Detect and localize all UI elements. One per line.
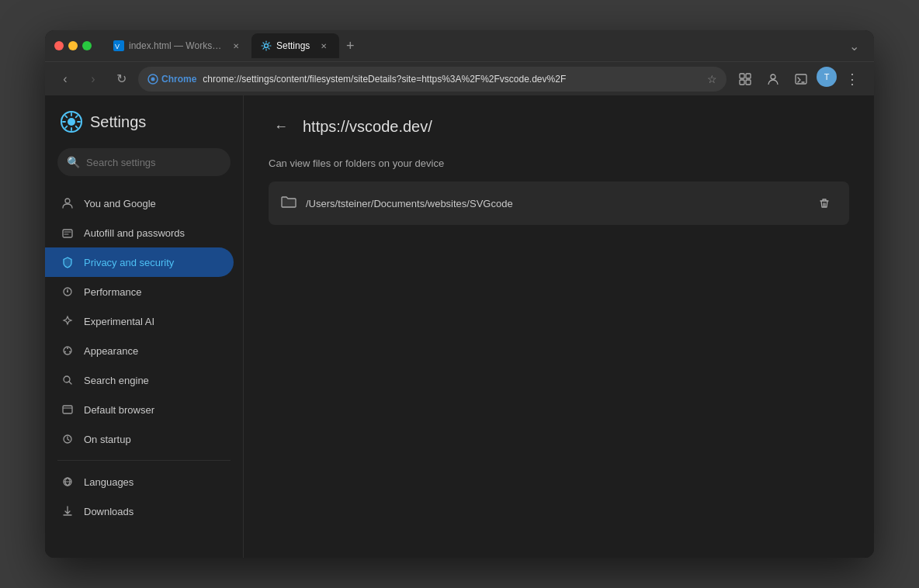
content-header: ← https://vscode.dev/ — [269, 114, 849, 139]
sidebar-item-appearance-label: Appearance — [84, 345, 138, 357]
svg-rect-7 — [740, 80, 744, 85]
ai-icon — [61, 314, 75, 328]
chrome-logo: Chrome — [147, 74, 196, 85]
main-content: Settings 🔍 You and Google — [45, 95, 874, 558]
section-label: Can view files or folders on your device — [269, 157, 849, 169]
address-bar[interactable]: Chrome chrome://settings/content/filesys… — [138, 67, 727, 92]
settings-logo-icon — [61, 111, 82, 133]
sidebar-item-search-engine-label: Search engine — [84, 375, 149, 386]
tab-vscode-close[interactable]: ✕ — [230, 40, 242, 52]
traffic-lights — [54, 41, 92, 50]
close-button[interactable] — [54, 41, 64, 50]
search-engine-icon — [61, 373, 75, 387]
languages-icon — [61, 475, 75, 489]
devtools-button[interactable] — [789, 67, 813, 92]
minimize-button[interactable] — [68, 41, 78, 50]
sidebar-item-you-and-google-label: You and Google — [84, 198, 156, 209]
sidebar-item-search-engine[interactable]: Search engine — [45, 365, 234, 395]
tab-settings[interactable]: Settings ✕ — [251, 33, 339, 58]
tab-settings-close[interactable]: ✕ — [317, 40, 330, 52]
svg-point-17 — [67, 348, 68, 349]
person-icon — [61, 196, 75, 210]
reload-button[interactable]: ↻ — [110, 68, 132, 90]
sidebar-item-autofill[interactable]: Autofill and passwords — [45, 218, 234, 247]
chrome-brand-label: Chrome — [161, 74, 196, 85]
search-input[interactable] — [86, 157, 221, 168]
bookmark-icon[interactable]: ☆ — [707, 73, 717, 85]
vscode-icon: V — [113, 40, 124, 51]
svg-point-18 — [69, 351, 71, 353]
sidebar-item-ai-label: Experimental AI — [84, 316, 154, 327]
tab-expand-button[interactable]: ⌄ — [843, 35, 865, 57]
svg-rect-8 — [746, 80, 751, 85]
svg-rect-14 — [63, 230, 72, 237]
settings-header: Settings — [45, 111, 243, 148]
sidebar-item-privacy-label: Privacy and security — [84, 257, 174, 268]
settings-title: Settings — [90, 113, 146, 131]
svg-text:V: V — [115, 43, 120, 50]
profile-button[interactable] — [761, 67, 785, 92]
sidebar-item-downloads-label: Downloads — [84, 506, 134, 517]
sidebar-item-performance[interactable]: Performance — [45, 277, 234, 306]
delete-button[interactable] — [812, 191, 837, 216]
search-box[interactable]: 🔍 — [57, 148, 231, 176]
svg-point-2 — [265, 44, 269, 48]
content-back-button[interactable]: ← — [269, 114, 293, 139]
sidebar-item-default-browser[interactable]: Default browser — [45, 395, 234, 424]
tab-vscode[interactable]: V index.html — Workspace — V ✕ — [104, 33, 251, 58]
back-button[interactable]: ‹ — [54, 68, 76, 90]
sidebar-item-appearance[interactable]: Appearance — [45, 336, 234, 365]
title-bar: V index.html — Workspace — V ✕ Settings … — [45, 30, 874, 61]
user-avatar[interactable]: T — [817, 67, 837, 87]
svg-rect-10 — [796, 74, 806, 84]
performance-icon — [61, 285, 75, 299]
svg-rect-5 — [740, 74, 744, 78]
sidebar-item-performance-label: Performance — [84, 286, 141, 298]
forward-button[interactable]: › — [82, 68, 104, 90]
sidebar-item-languages[interactable]: Languages — [45, 467, 234, 496]
sidebar-item-on-startup-label: On startup — [84, 434, 131, 445]
maximize-button[interactable] — [82, 41, 92, 50]
sidebar-item-downloads[interactable]: Downloads — [45, 496, 234, 526]
sidebar-item-you-and-google[interactable]: You and Google — [45, 189, 234, 218]
autofill-icon — [61, 226, 75, 240]
svg-point-12 — [68, 118, 75, 126]
sidebar-item-ai[interactable]: Experimental AI — [45, 306, 234, 336]
svg-rect-21 — [63, 406, 72, 413]
sidebar-item-languages-label: Languages — [84, 476, 134, 488]
startup-icon — [61, 432, 75, 446]
nav-actions: T ⋮ — [733, 67, 865, 92]
downloads-icon — [61, 504, 75, 518]
file-entry: /Users/tsteiner/Documents/websites/SVGco… — [269, 182, 849, 225]
sidebar-item-autofill-label: Autofill and passwords — [84, 227, 185, 239]
svg-rect-6 — [746, 74, 751, 78]
svg-point-13 — [65, 199, 70, 203]
sidebar-divider — [57, 460, 231, 461]
url-text: chrome://settings/content/filesystem/sit… — [203, 74, 701, 85]
svg-point-4 — [151, 77, 155, 81]
sidebar: Settings 🔍 You and Google — [45, 95, 244, 558]
menu-button[interactable]: ⋮ — [840, 67, 865, 92]
extensions-button[interactable] — [733, 67, 758, 92]
tab-bar: V index.html — Workspace — V ✕ Settings … — [104, 33, 837, 58]
file-path-text: /Users/tsteiner/Documents/websites/SVGco… — [306, 198, 803, 209]
tab-vscode-label: index.html — Workspace — V — [129, 40, 222, 51]
search-icon: 🔍 — [67, 156, 80, 168]
browser-icon — [61, 403, 75, 417]
shield-icon — [61, 255, 75, 269]
content-area: ← https://vscode.dev/ Can view files or … — [244, 95, 874, 558]
svg-point-15 — [67, 291, 68, 292]
sidebar-item-default-browser-label: Default browser — [84, 404, 154, 416]
sidebar-item-privacy[interactable]: Privacy and security — [45, 247, 234, 277]
svg-point-19 — [64, 351, 66, 353]
folder-icon — [281, 195, 297, 211]
tab-settings-label: Settings — [276, 40, 310, 51]
new-tab-button[interactable]: + — [339, 35, 361, 57]
svg-point-9 — [771, 74, 775, 79]
appearance-icon — [61, 344, 75, 358]
sidebar-item-on-startup[interactable]: On startup — [45, 424, 234, 454]
nav-bar: ‹ › ↻ Chrome chrome://settings/content/f… — [45, 61, 874, 95]
site-url-title: https://vscode.dev/ — [303, 118, 432, 136]
settings-gear-icon — [261, 40, 272, 51]
